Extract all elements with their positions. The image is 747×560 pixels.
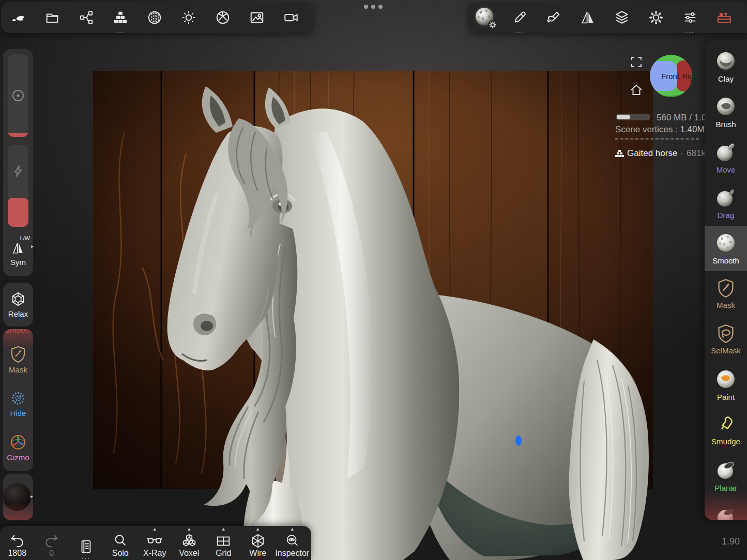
sym-lw-label: L/W [20, 235, 30, 241]
tool-planar[interactable]: Planar [705, 453, 747, 499]
gizmo-icon [9, 433, 27, 451]
node-graph-button[interactable] [69, 2, 103, 33]
wood-backdrop [93, 71, 653, 489]
scene-object-row[interactable]: Gaited horse · 681k [615, 148, 706, 159]
radius-slider[interactable] [8, 54, 28, 137]
tool-partial-next[interactable] [705, 499, 747, 520]
zoom-level: 1.90 [722, 536, 740, 547]
tool-label: Smooth [712, 256, 739, 265]
toggle-label: Inspector [275, 549, 309, 558]
sliders-button[interactable]: ... [673, 2, 707, 33]
tool-mask[interactable]: Mask [705, 271, 747, 317]
toggle-voxel[interactable]: ▲ Voxel [172, 526, 207, 560]
tool-clay[interactable]: Clay [705, 44, 747, 89]
sym-expand-arrow[interactable]: ▸ [31, 243, 34, 249]
toggle-grid[interactable]: ▲ Grid [206, 526, 241, 560]
memory-bar [616, 114, 650, 120]
notebook-more-dots: ... [81, 555, 90, 558]
tool-smudge[interactable]: Smudge [705, 408, 747, 453]
scene-button[interactable]: ... [103, 2, 138, 33]
object-count: 681k [687, 148, 706, 159]
hide-dotted-icon [10, 390, 26, 407]
camera-button[interactable] [274, 2, 308, 33]
left-hide-button[interactable]: Hide [3, 390, 33, 417]
relax-web-icon [10, 291, 26, 307]
tool-label: SelMask [711, 346, 741, 355]
intensity-slider[interactable] [8, 145, 28, 227]
toolbar-top-right: ... [468, 2, 747, 33]
stroke-pencil-button[interactable]: ... [502, 2, 537, 33]
symmetry-toggle[interactable]: L/W ▸ Sym [3, 231, 33, 272]
sym-label: Sym [3, 258, 33, 267]
tool-selmask[interactable]: SelMask [705, 317, 747, 362]
left-gizmo-button[interactable]: Gizmo [3, 433, 33, 462]
tool-label: Planar [714, 484, 737, 492]
background-image-button[interactable] [240, 2, 274, 33]
toggle-solo[interactable]: Solo [103, 526, 138, 560]
inspector-caret[interactable]: ▲ [290, 527, 295, 531]
nav-right-label: Right [682, 72, 693, 81]
tool-drag[interactable]: Drag [705, 180, 747, 226]
material-color-panel[interactable]: ▸ [3, 474, 33, 520]
tool-paint[interactable]: Paint [705, 362, 747, 408]
relax-button[interactable]: Relax [3, 283, 33, 326]
mask-shield-icon [10, 346, 26, 363]
material-expand-arrow[interactable]: ▸ [31, 493, 33, 499]
tool-label: Paint [717, 393, 735, 401]
stats-divider [615, 138, 699, 139]
toggle-inspector[interactable]: ▲ Inspector [275, 526, 310, 560]
scrolled-smooth-label: Smooth [3, 329, 33, 334]
toggle-wire[interactable]: ▲ Wire [241, 526, 276, 560]
toggle-label: Solo [112, 549, 129, 558]
material-brush-button[interactable] [537, 2, 571, 33]
memory-bar-fill [617, 115, 630, 119]
tool-sidebar: Clay Brush Move Drag [705, 40, 747, 520]
fullscreen-button[interactable] [630, 55, 643, 69]
left-tool-scroller[interactable]: Smooth Mask Hide Gizmo [3, 329, 33, 471]
voxel-caret[interactable]: ▲ [187, 527, 191, 531]
wire-caret[interactable]: ▲ [255, 527, 260, 531]
app-logo[interactable] [1, 2, 35, 33]
vertices-label: Scene vertices : [615, 125, 678, 134]
material-sphere[interactable] [3, 474, 33, 520]
mask-label: Mask [9, 365, 27, 374]
alpha-sphere-button[interactable] [468, 2, 502, 33]
toggle-label: X-Ray [143, 549, 166, 558]
undo-button[interactable]: 1808 [0, 526, 35, 560]
toggle-label: Voxel [179, 549, 199, 558]
brush-settings-panel: L/W ▸ Sym [3, 49, 33, 276]
home-view-button[interactable] [629, 83, 644, 97]
nav-front-label: Front [661, 72, 680, 81]
tool-label: Clay [718, 74, 734, 83]
symmetry-button[interactable] [571, 2, 605, 33]
matcap-button[interactable] [138, 2, 172, 33]
files-button[interactable] [35, 2, 69, 33]
grid-caret[interactable]: ▲ [221, 527, 226, 531]
redo-button[interactable]: 0 [35, 526, 69, 560]
layers-button[interactable] [605, 2, 639, 33]
scene-more-dots: ... [116, 29, 125, 33]
orientation-gizmo[interactable]: Front Right [649, 54, 693, 98]
tool-label: Smudge [711, 437, 740, 446]
pencil-more-dots: ... [515, 29, 524, 33]
tool-smooth[interactable]: Smooth [705, 226, 747, 271]
notebook-button[interactable]: ... [69, 526, 103, 560]
tool-brush[interactable]: Brush [705, 89, 747, 135]
tool-move[interactable]: Move [705, 135, 747, 180]
radius-slider-fill [8, 133, 28, 137]
xray-caret[interactable]: ▲ [153, 527, 157, 531]
toggle-xray[interactable]: ▲ X-Ray [138, 526, 172, 560]
toolbar-top-left: ... [1, 2, 313, 33]
viewport-canvas[interactable] [93, 71, 653, 489]
settings-gear-button[interactable] [639, 2, 673, 33]
left-mask-button[interactable]: Mask [3, 346, 33, 374]
lighting-button[interactable] [172, 2, 206, 33]
tool-label: Move [716, 165, 736, 174]
store-toolbox-button[interactable] [707, 2, 741, 33]
hide-label: Hide [10, 409, 26, 417]
toolbar-bottom: 1808 0 ... Solo ▲ [0, 526, 311, 560]
object-dot: · [680, 148, 683, 159]
postprocess-button[interactable] [206, 2, 240, 33]
window-drag-handle[interactable] [364, 5, 383, 9]
vertices-value: 1.40M [680, 125, 704, 134]
